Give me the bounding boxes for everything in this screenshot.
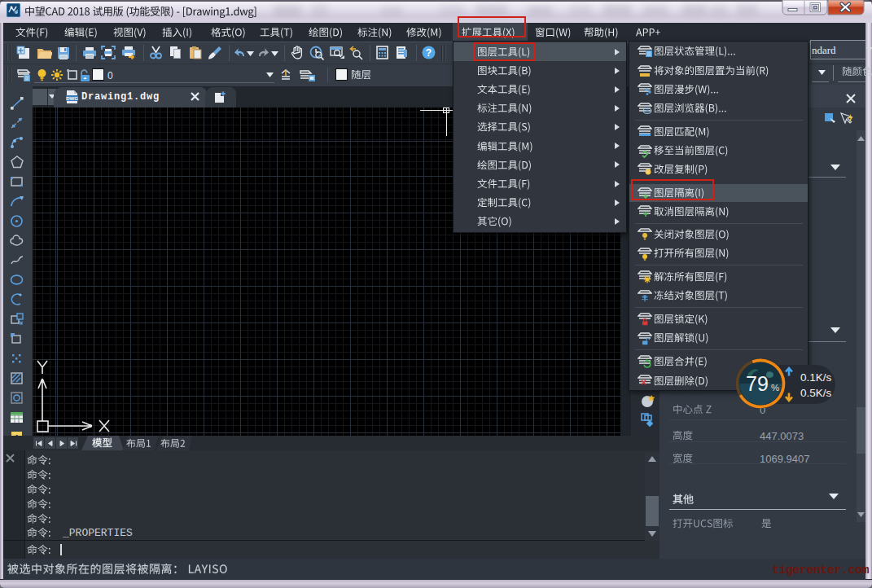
svg-text:?: ? [426,47,432,59]
svg-text:DWG: DWG [66,96,78,101]
svg-text:%: % [771,383,779,393]
svg-text:79: 79 [746,372,769,395]
